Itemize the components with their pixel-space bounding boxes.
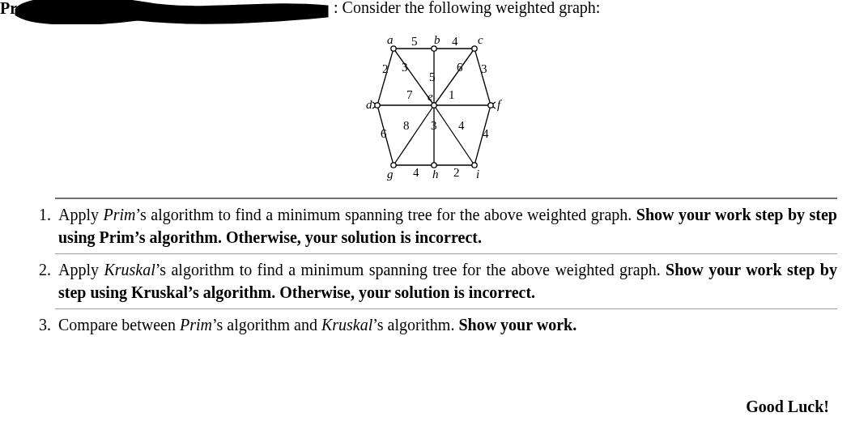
svg-text:e: e (428, 90, 433, 103)
svg-text:d: d (366, 98, 372, 111)
svg-line-2 (377, 49, 394, 105)
visible-pr-text: Pr (0, 0, 17, 17)
text: Apply (58, 206, 103, 223)
svg-text:5: 5 (429, 70, 436, 83)
svg-text:g: g (387, 168, 394, 181)
svg-text:6: 6 (457, 61, 463, 74)
svg-point-16 (391, 46, 396, 51)
svg-text:a: a (387, 33, 394, 46)
svg-text:1: 1 (449, 88, 455, 101)
svg-point-19 (375, 103, 380, 108)
svg-point-18 (472, 46, 477, 51)
algo-name: Prim (180, 316, 212, 334)
svg-line-15 (434, 105, 474, 165)
svg-text:3: 3 (431, 119, 437, 132)
svg-point-21 (488, 103, 493, 108)
svg-text:2: 2 (453, 166, 460, 179)
text: Compare between (58, 316, 180, 334)
svg-text:4: 4 (483, 127, 489, 140)
question-list: Apply Prim’s algorithm to find a minimum… (0, 198, 868, 342)
svg-text:4: 4 (458, 119, 465, 132)
svg-point-20 (432, 103, 436, 108)
svg-text:4: 4 (452, 35, 458, 48)
weighted-graph-figure: a b c d e f g h i 5 4 2 3 6 4 4 2 3 5 6 … (353, 32, 515, 189)
header-row: Pr : Consider the following weighted gra… (0, 0, 868, 26)
algo-name-2: Kruskal (321, 316, 372, 334)
scribble-icon (16, 0, 327, 23)
svg-text:h: h (432, 168, 439, 181)
svg-text:5: 5 (411, 35, 418, 48)
svg-point-17 (432, 46, 436, 51)
text: ’s algorithm to find a minimum spanning … (135, 206, 636, 223)
svg-line-3 (474, 49, 491, 105)
svg-text:i: i (476, 168, 479, 181)
algo-name: Kruskal (104, 261, 155, 279)
svg-text:8: 8 (403, 119, 410, 132)
question-3: Compare between Prim’s algorithm and Kru… (55, 308, 837, 342)
svg-text:b: b (434, 33, 440, 46)
bold-instruction: Show your work. (458, 316, 577, 334)
question-2: Apply Kruskal’s algorithm to find a mini… (55, 253, 837, 308)
svg-text:f: f (497, 98, 502, 111)
svg-text:4: 4 (413, 166, 419, 179)
text: Apply (58, 261, 104, 279)
svg-line-13 (394, 105, 434, 165)
text: ’s algorithm and (212, 316, 321, 334)
svg-text:3: 3 (481, 62, 487, 75)
svg-text:6: 6 (381, 127, 387, 140)
algo-name: Prim (103, 206, 135, 223)
question-1: Apply Prim’s algorithm to find a minimum… (55, 198, 837, 253)
svg-text:2: 2 (382, 62, 389, 75)
svg-text:7: 7 (406, 88, 413, 101)
svg-text:c: c (478, 33, 483, 46)
text: ’s algorithm to find a minimum spanning … (155, 261, 666, 279)
intro-text: : Consider the following weighted graph: (334, 0, 600, 17)
good-luck-text: Good Luck! (746, 398, 829, 416)
text: ’s algorithm. (372, 316, 458, 334)
redaction-mark: Pr (0, 0, 332, 28)
svg-text:3: 3 (402, 61, 408, 74)
